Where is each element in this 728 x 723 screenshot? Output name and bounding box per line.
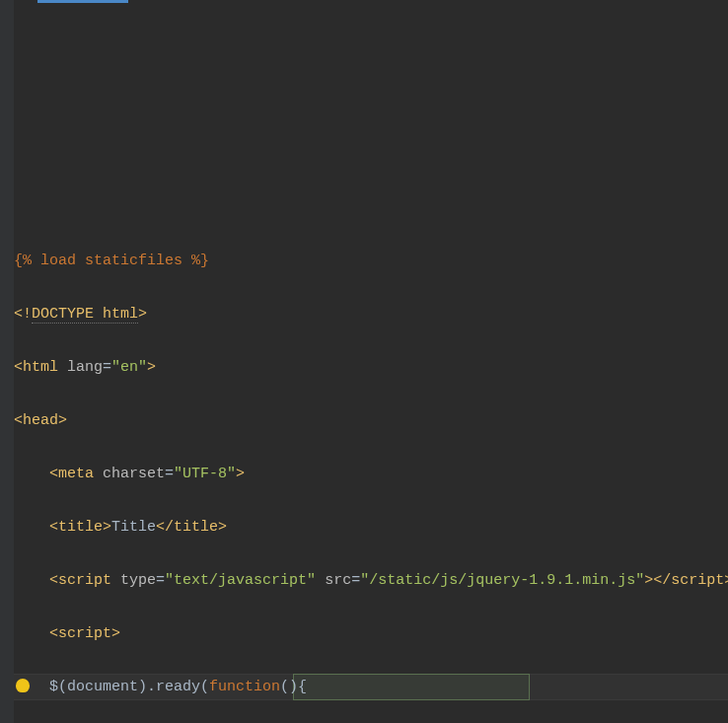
active-tab-indicator — [37, 0, 128, 3]
gutter — [0, 0, 14, 723]
code-content[interactable]: {% load staticfiles %} <!DOCTYPE html> <… — [14, 221, 728, 723]
template-tag: {% load staticfiles %} — [14, 253, 209, 269]
code-editor[interactable]: {% load staticfiles %} <!DOCTYPE html> <… — [0, 0, 728, 723]
lightbulb-icon[interactable] — [16, 679, 30, 692]
